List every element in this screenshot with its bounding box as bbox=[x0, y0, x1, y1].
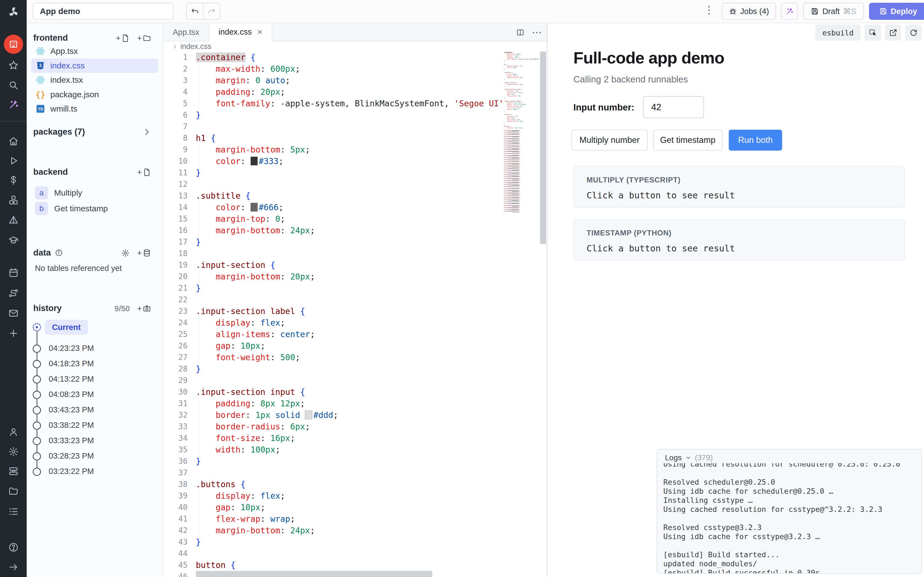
user-icon[interactable] bbox=[7, 425, 20, 438]
code-line[interactable]: 11} bbox=[163, 167, 503, 179]
code-line[interactable]: 26 gap: 10px; bbox=[163, 340, 503, 352]
code-line[interactable]: 37 bbox=[163, 467, 503, 479]
search-icon[interactable] bbox=[7, 79, 20, 92]
code-line[interactable]: 30.input-section input { bbox=[163, 386, 503, 398]
get-timestamp-button[interactable]: Get timestamp bbox=[653, 130, 722, 151]
code-line[interactable]: 39 display: flex; bbox=[163, 490, 503, 502]
code-line[interactable]: 41 flex-wrap: wrap; bbox=[163, 513, 503, 525]
code-line[interactable]: 25 align-items: center; bbox=[163, 329, 503, 340]
more-menu-button[interactable]: ⋮ bbox=[704, 4, 714, 16]
new-runnable-button[interactable]: + bbox=[137, 168, 151, 177]
code-line[interactable]: 23.input-section label { bbox=[163, 306, 503, 317]
code-line[interactable]: 1.container { bbox=[163, 52, 503, 63]
editor-scrollbar[interactable] bbox=[540, 52, 547, 577]
select-element-button[interactable] bbox=[864, 25, 881, 41]
refresh-button[interactable] bbox=[905, 25, 922, 41]
code-line[interactable]: 44 bbox=[163, 548, 503, 559]
billing-icon[interactable] bbox=[7, 174, 20, 187]
code-line[interactable]: 15 margin-top: 0; bbox=[163, 213, 503, 225]
code-line[interactable]: 31 padding: 8px 12px; bbox=[163, 398, 503, 409]
history-entry[interactable]: 04:18:23 PM bbox=[48, 359, 94, 368]
history-entry[interactable]: 03:28:23 PM bbox=[48, 451, 94, 461]
add-icon[interactable] bbox=[7, 327, 20, 340]
history-entry[interactable]: 04:23:23 PM bbox=[48, 344, 94, 353]
history-node-icon[interactable] bbox=[33, 360, 41, 368]
home-icon[interactable] bbox=[7, 135, 20, 148]
code-line[interactable]: 17} bbox=[163, 236, 503, 248]
tab-index-css[interactable]: index.css × bbox=[209, 23, 273, 42]
history-entry[interactable]: 03:33:23 PM bbox=[48, 436, 94, 445]
history-node-icon[interactable] bbox=[33, 406, 41, 414]
code-area[interactable]: 1.container {2 max-width: 600px;3 margin… bbox=[163, 52, 503, 577]
history-entry[interactable]: 03:43:23 PM bbox=[48, 405, 94, 414]
logs-list-icon[interactable] bbox=[7, 505, 20, 518]
close-tab-icon[interactable]: × bbox=[257, 27, 263, 37]
number-input[interactable] bbox=[643, 96, 704, 118]
variables-icon[interactable] bbox=[7, 213, 20, 227]
workers-icon[interactable] bbox=[7, 465, 20, 478]
code-line[interactable]: 36} bbox=[163, 456, 503, 467]
snapshot-button[interactable]: + bbox=[137, 304, 151, 313]
code-line[interactable]: 6} bbox=[163, 110, 503, 121]
code-line[interactable]: 40 gap: 10px; bbox=[163, 502, 503, 513]
code-line[interactable]: 24 display: flex; bbox=[163, 317, 503, 329]
open-external-button[interactable] bbox=[885, 25, 901, 41]
packages-section[interactable]: packages (7) bbox=[33, 127, 85, 137]
file-item-index.tsx[interactable]: index.tsx bbox=[31, 73, 158, 87]
redo-button[interactable] bbox=[203, 3, 220, 19]
add-table-button[interactable]: + bbox=[137, 248, 151, 258]
code-line[interactable]: 27 font-weight: 500; bbox=[163, 352, 503, 363]
code-line[interactable]: 14 color: #666; bbox=[163, 201, 503, 213]
code-line[interactable]: 7 bbox=[163, 121, 503, 132]
schedules-icon[interactable] bbox=[7, 266, 20, 279]
split-editor-icon[interactable] bbox=[516, 28, 525, 37]
code-line[interactable]: 13.subtitle { bbox=[163, 190, 503, 201]
minimap[interactable]: .container { max-width: 600px; margin: 0… bbox=[504, 52, 539, 577]
code-line[interactable]: 19.input-section { bbox=[163, 259, 503, 271]
code-line[interactable]: 42 margin-bottom: 24px; bbox=[163, 525, 503, 536]
tab-app-tsx[interactable]: App.tsx bbox=[163, 23, 209, 42]
history-entry[interactable]: 04:13:22 PM bbox=[48, 374, 94, 384]
code-line[interactable]: 28} bbox=[163, 363, 503, 375]
code-line[interactable]: 35 width: 100px; bbox=[163, 444, 503, 456]
history-node-icon[interactable] bbox=[33, 437, 41, 445]
scrollbar-thumb[interactable] bbox=[540, 52, 546, 244]
new-file-button[interactable]: + bbox=[116, 34, 130, 43]
resources-icon[interactable] bbox=[7, 193, 20, 206]
history-node-icon[interactable] bbox=[33, 345, 41, 353]
mail-icon[interactable] bbox=[7, 307, 20, 320]
draft-button[interactable]: Draft ⌘S bbox=[803, 3, 864, 20]
runnable-item-Get timestamp[interactable]: bGet timestamp bbox=[35, 201, 108, 216]
favorites-icon[interactable] bbox=[7, 59, 20, 72]
history-node-icon[interactable] bbox=[33, 421, 41, 430]
file-item-wmill.ts[interactable]: TSwmill.ts bbox=[31, 102, 158, 116]
apps-icon[interactable] bbox=[4, 35, 23, 54]
history-entry[interactable]: 03:23:22 PM bbox=[48, 467, 94, 476]
jobs-button[interactable]: Jobs (4) bbox=[722, 3, 776, 20]
panel-resize-handle[interactable] bbox=[547, 23, 548, 577]
settings-icon[interactable] bbox=[7, 445, 20, 458]
code-line[interactable]: 22 bbox=[163, 294, 503, 306]
code-line[interactable]: 18 bbox=[163, 248, 503, 259]
undo-button[interactable] bbox=[187, 3, 203, 19]
code-line[interactable]: 10 color: #333; bbox=[163, 156, 503, 167]
folders-icon[interactable] bbox=[7, 485, 20, 498]
code-line[interactable]: 3 margin: 0 auto; bbox=[163, 75, 503, 86]
runnable-item-Multiply[interactable]: aMultiply bbox=[35, 186, 82, 200]
code-line[interactable]: 29 bbox=[163, 375, 503, 386]
history-entry[interactable]: 04:08:23 PM bbox=[48, 390, 94, 399]
ai-assistant-button[interactable] bbox=[781, 3, 798, 20]
code-line[interactable]: 38.buttons { bbox=[163, 479, 503, 490]
editor-more-icon[interactable]: ⋯ bbox=[532, 27, 542, 38]
history-node-icon[interactable] bbox=[33, 391, 41, 399]
history-entry[interactable]: 03:38:22 PM bbox=[48, 421, 94, 430]
deploy-button[interactable]: Deploy bbox=[869, 3, 924, 20]
code-line[interactable]: 43} bbox=[163, 536, 503, 548]
history-node-icon[interactable] bbox=[33, 376, 41, 384]
file-item-App.tsx[interactable]: App.tsx bbox=[31, 44, 158, 58]
logs-header[interactable]: Logs (379) bbox=[665, 453, 713, 462]
ai-wand-icon[interactable] bbox=[7, 98, 20, 111]
code-line[interactable]: 5 font-family: -apple-system, BlinkMacSy… bbox=[163, 98, 503, 110]
run-both-button[interactable]: Run both bbox=[729, 130, 782, 151]
code-line[interactable]: 21} bbox=[163, 282, 503, 294]
